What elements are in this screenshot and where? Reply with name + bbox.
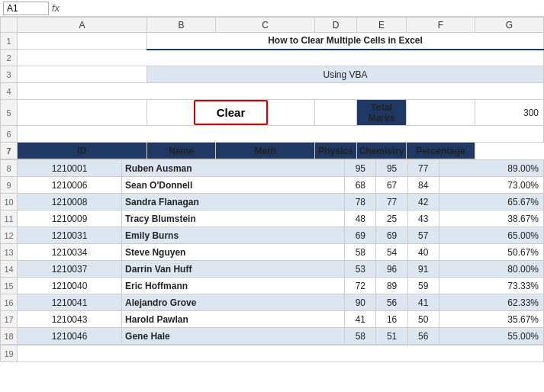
cell-physics: 77	[376, 194, 407, 210]
cell-math: 58	[345, 244, 376, 261]
col-percentage-header: Percentage	[407, 143, 475, 159]
spreadsheet-table: A B C D E F G 1 How to Clear Multiple Ce…	[0, 17, 544, 159]
title-cell: How to Clear Multiple Cells in Excel	[147, 33, 544, 50]
col-math-header: Math	[216, 143, 315, 159]
cell-percentage: 55.00%	[439, 328, 543, 345]
row-19: 19	[1, 345, 544, 362]
subtitle-cell: Using VBA	[147, 66, 544, 83]
cell-math: 53	[345, 261, 376, 278]
cell-math: 48	[345, 210, 376, 227]
row-16: 16 1210041 Alejandro Grove 90 56 41 62.3…	[1, 294, 544, 311]
cell-id: 1210040	[18, 278, 122, 294]
cell-chemistry: 84	[407, 177, 439, 194]
row-num-1: 1	[1, 33, 18, 50]
cell-physics: 96	[376, 261, 407, 278]
cell-chemistry: 59	[407, 278, 439, 294]
cell-id: 1210031	[18, 227, 122, 244]
cell-percentage: 73.33%	[439, 278, 543, 294]
cell-chemistry: 50	[407, 311, 439, 328]
cell-math: 95	[345, 160, 376, 177]
row-5: 5 Clear Total Marks 300	[1, 100, 544, 126]
cell-percentage: 65.67%	[439, 194, 543, 210]
cell-math: 68	[345, 177, 376, 194]
name-box[interactable]	[3, 2, 49, 15]
total-marks-value: 300	[475, 100, 544, 126]
col-header-c[interactable]: C	[216, 18, 315, 33]
clear-button[interactable]: Clear	[194, 100, 269, 125]
row-6: 6	[1, 126, 544, 143]
cell-physics: 54	[376, 244, 407, 261]
cell-percentage: 50.67%	[439, 244, 543, 261]
row-num-4: 4	[1, 83, 18, 100]
row-18: 18 1210046 Gene Hale 58 51 56 55.00%	[1, 328, 544, 345]
cell-percentage: 38.67%	[439, 210, 543, 227]
formula-input[interactable]	[63, 3, 541, 14]
table-header-row: 7 ID Name Math Physics Chemistry Percent…	[1, 143, 544, 159]
cell-physics: 95	[376, 160, 407, 177]
cell-chemistry: 77	[407, 160, 439, 177]
col-header-a[interactable]: A	[18, 18, 147, 33]
cell-name: Eric Hoffmann	[122, 278, 345, 294]
cell-name: Darrin Van Huff	[122, 261, 345, 278]
cell-name: Steve Nguyen	[122, 244, 345, 261]
row-9: 9 1210006 Sean O'Donnell 68 67 84 73.00%	[1, 177, 544, 194]
grid: A B C D E F G 1 How to Clear Multiple Ce…	[0, 17, 544, 392]
col-header-g[interactable]: G	[475, 18, 544, 33]
row-4: 4	[1, 83, 544, 100]
cell-name: Sean O'Donnell	[122, 177, 345, 194]
cell-physics: 16	[376, 311, 407, 328]
cell-percentage: 73.00%	[439, 177, 543, 194]
cell-percentage: 35.67%	[439, 311, 543, 328]
cell-physics: 67	[376, 177, 407, 194]
cell-chemistry: 41	[407, 294, 439, 311]
row-10: 10 1210008 Sandra Flanagan 78 77 42 65.6…	[1, 194, 544, 210]
cell-chemistry: 91	[407, 261, 439, 278]
cell-id: 1210041	[18, 294, 122, 311]
cell-physics: 56	[376, 294, 407, 311]
cell-name: Gene Hale	[122, 328, 345, 345]
cell-chemistry: 43	[407, 210, 439, 227]
cell-id: 1210009	[18, 210, 122, 227]
col-header-b[interactable]: B	[147, 18, 216, 33]
col-header-f[interactable]: F	[407, 18, 475, 33]
cell-id: 1210046	[18, 328, 122, 345]
fx-label: fx	[52, 2, 60, 14]
cell-name: Tracy Blumstein	[122, 210, 345, 227]
row-2: 2	[1, 50, 544, 66]
cell-chemistry: 42	[407, 194, 439, 210]
cell-id: 1210006	[18, 177, 122, 194]
cell-physics: 89	[376, 278, 407, 294]
row-num-6: 6	[1, 126, 18, 143]
row-1: 1 How to Clear Multiple Cells in Excel	[1, 33, 544, 50]
col-physics-header: Physics	[315, 143, 357, 159]
cell-math: 90	[345, 294, 376, 311]
col-chemistry-header: Chemistry	[357, 143, 407, 159]
corner-header	[1, 18, 18, 33]
row-num-5: 5	[1, 100, 18, 126]
cell-chemistry: 56	[407, 328, 439, 345]
cell-chemistry: 40	[407, 244, 439, 261]
col-name-header: Name	[147, 143, 216, 159]
cell-percentage: 80.00%	[439, 261, 543, 278]
cell-physics: 51	[376, 328, 407, 345]
row-17: 17 1210043 Harold Pawlan 41 16 50 35.67%	[1, 311, 544, 328]
row-num-3: 3	[1, 66, 18, 83]
empty-row-table: 19	[0, 345, 544, 362]
cell-name: Alejandro Grove	[122, 294, 345, 311]
row-14: 14 1210037 Darrin Van Huff 53 96 91 80.0…	[1, 261, 544, 278]
cell-math: 72	[345, 278, 376, 294]
total-marks-label: Total Marks	[357, 100, 407, 126]
cell-percentage: 89.00%	[439, 160, 543, 177]
cell-name: Emily Burns	[122, 227, 345, 244]
row-11: 11 1210009 Tracy Blumstein 48 25 43 38.6…	[1, 210, 544, 227]
spreadsheet: fx A B C D E F G 1	[0, 0, 544, 392]
cell-math: 69	[345, 227, 376, 244]
row-num-7: 7	[1, 143, 18, 159]
col-header-e[interactable]: E	[357, 18, 407, 33]
cell-chemistry: 57	[407, 227, 439, 244]
col-header-d[interactable]: D	[315, 18, 357, 33]
row-15: 15 1210040 Eric Hoffmann 72 89 59 73.33%	[1, 278, 544, 294]
cell-id: 1210008	[18, 194, 122, 210]
data-table: 8 1210001 Ruben Ausman 95 95 77 89.00% 9…	[0, 159, 544, 345]
cell-id: 1210034	[18, 244, 122, 261]
